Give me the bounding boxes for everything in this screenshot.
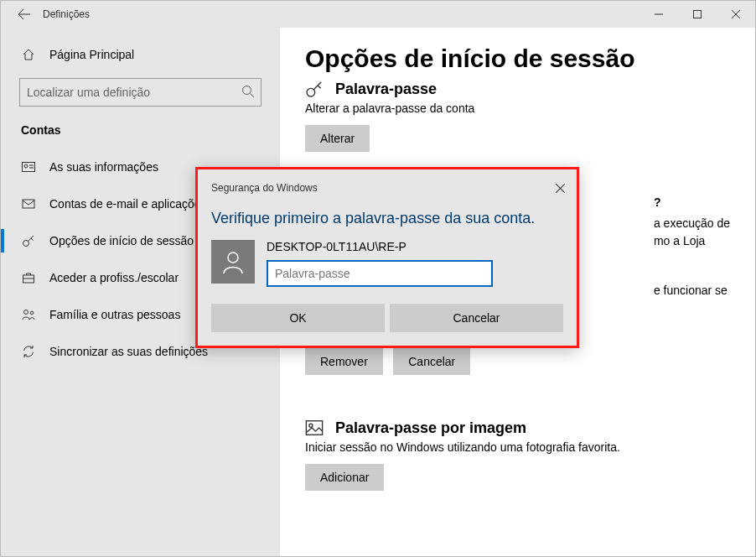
svg-point-12 — [228, 252, 238, 263]
sidebar-item-label: Família e outras pessoas — [49, 308, 180, 321]
add-picture-password-button[interactable]: Adicionar — [305, 464, 384, 491]
page-title: Opções de início de sessão — [305, 44, 730, 73]
home-link[interactable]: Página Principal — [1, 43, 280, 66]
sidebar-item-label: Sincronizar as suas definições — [49, 345, 208, 358]
window-title: Definições — [43, 8, 90, 20]
change-password-button[interactable]: Alterar — [305, 125, 370, 152]
back-button[interactable] — [11, 1, 38, 28]
key-icon — [21, 234, 36, 247]
picture-password-subtext: Iniciar sessão no Windows utilizando uma… — [305, 440, 730, 454]
password-section-header: Palavra-passe — [305, 80, 730, 98]
password-input[interactable] — [267, 260, 493, 287]
sidebar-item-label: Contas de e-mail e aplicações — [49, 197, 207, 211]
search-box[interactable] — [19, 78, 261, 107]
password-section-label: Palavra-passe — [335, 80, 437, 98]
maximize-icon — [693, 10, 702, 18]
password-subtext: Alterar a palavra-passe da conta — [305, 102, 730, 115]
picture-password-label: Palavra-passe por imagem — [335, 419, 526, 437]
person-icon — [220, 248, 246, 275]
sidebar-item-label: Aceder a profiss./escolar — [49, 271, 179, 284]
close-icon — [556, 184, 565, 193]
picture-icon — [305, 419, 327, 437]
person-card-icon — [21, 160, 36, 174]
sidebar-item-label: Opções de início de sessão — [49, 234, 194, 247]
people-icon — [21, 308, 36, 321]
minimize-button[interactable] — [639, 1, 678, 28]
briefcase-icon — [21, 271, 36, 284]
svg-point-1 — [243, 86, 251, 95]
partial-text: a execução de — [654, 215, 730, 232]
remove-button[interactable]: Remover — [305, 348, 383, 375]
close-icon — [732, 10, 740, 18]
sidebar-item-label: As suas informações — [49, 160, 158, 174]
mail-icon — [21, 197, 36, 211]
cancel-button[interactable]: Cancelar — [393, 348, 470, 375]
maximize-button[interactable] — [678, 1, 717, 28]
partial-text-question: ? — [654, 194, 730, 211]
picture-password-header: Palavra-passe por imagem — [305, 419, 730, 437]
home-icon — [21, 48, 36, 61]
dialog-close-button[interactable] — [543, 176, 577, 200]
category-header: Contas — [1, 123, 280, 148]
arrow-left-icon — [18, 8, 31, 21]
dialog-cancel-button[interactable]: Cancelar — [390, 304, 563, 332]
svg-rect-10 — [306, 421, 322, 435]
svg-point-11 — [309, 424, 313, 427]
dialog-title: Segurança do Windows — [211, 182, 543, 194]
svg-point-9 — [307, 88, 315, 96]
svg-point-5 — [23, 241, 29, 247]
dialog-username: DESKTOP-0LT11AU\RE-P — [267, 240, 563, 253]
home-label: Página Principal — [49, 48, 134, 61]
svg-rect-4 — [23, 200, 34, 208]
dialog-ok-button[interactable]: OK — [211, 304, 385, 332]
key-icon — [305, 80, 327, 98]
svg-point-8 — [30, 311, 34, 315]
minimize-icon — [655, 10, 663, 18]
svg-point-3 — [24, 164, 28, 168]
security-dialog: Segurança do Windows Verifique primeiro … — [195, 167, 579, 348]
search-icon — [241, 85, 255, 98]
dialog-heading: Verifique primeiro a palavra-passe da su… — [211, 208, 563, 228]
svg-point-7 — [24, 310, 28, 315]
search-input[interactable] — [19, 78, 261, 107]
user-avatar — [211, 240, 255, 284]
svg-rect-0 — [694, 11, 702, 18]
close-button[interactable] — [717, 1, 755, 28]
partial-text: mo a Loja — [654, 232, 730, 250]
titlebar: Definições — [1, 1, 755, 28]
partial-text: e funcionar se — [654, 282, 730, 299]
sync-icon — [21, 345, 36, 358]
